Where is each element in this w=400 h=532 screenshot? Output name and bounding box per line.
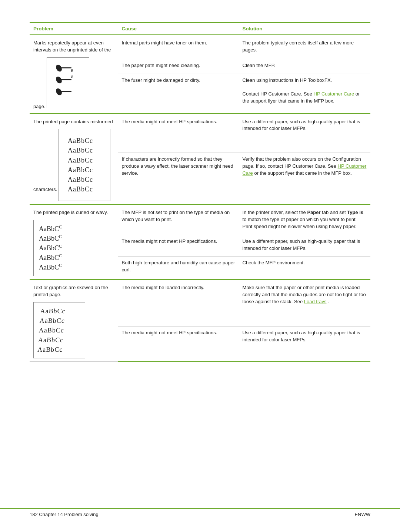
- svg-rect-1: [60, 67, 71, 68]
- table-row: The printed page contains misformed char…: [30, 114, 370, 153]
- solution-curled-2: Use a different paper, such as high-qual…: [239, 235, 370, 257]
- marks-image-box: e e: [47, 57, 89, 108]
- solution-marks-3: Clean using instructions in HP ToolboxFX…: [239, 74, 370, 113]
- curled-image-box: AaBbCC AaBbCC AaBbCC AaBbCC AaBbCC: [33, 220, 85, 276]
- solution-skewed-2: Use a different paper, such as high-qual…: [239, 326, 370, 362]
- cause-curled-1: The MFP is not set to print on the type …: [118, 204, 239, 235]
- load-trays-link[interactable]: Load trays: [304, 299, 327, 304]
- table-row: Text or graphics are skewed on the print…: [30, 280, 370, 326]
- solution-marks-1: The problem typically corrects itself af…: [239, 35, 370, 59]
- cause-skewed-1: The media might be loaded incorrectly.: [118, 280, 239, 326]
- solution-misformed-2: Verify that the problem also occurs on t…: [239, 153, 370, 204]
- table-row: Marks repeatedly appear at even interval…: [30, 35, 370, 59]
- marks-svg: e e: [52, 61, 84, 104]
- trouble-table: Problem Cause Solution Marks repeatedly …: [30, 23, 370, 362]
- skewed-image-box: AaBbCc AaBbCc AaBbCc AaBbCc AaBbCc: [33, 302, 85, 358]
- cause-misformed-1: The media might not meet HP specificatio…: [118, 114, 239, 153]
- solution-curled-3: Check the MFP environment.: [239, 257, 370, 280]
- col-header-cause: Cause: [118, 23, 239, 35]
- col-header-solution: Solution: [239, 23, 370, 35]
- problem-curled: The printed page is curled or wavy. AaBb…: [30, 204, 118, 280]
- cause-skewed-2: The media might not meet HP specificatio…: [118, 326, 239, 362]
- misformed-image-box: AaBbCc AaBbCc AaBbCc AaBbCc AaBbCc AaBbC…: [59, 129, 110, 201]
- hp-customer-care-link-1[interactable]: HP Customer Care: [314, 91, 354, 97]
- footer-page-info: 182 Chapter 14 Problem solving: [30, 512, 99, 517]
- solution-skewed-1: Make sure that the paper or other print …: [239, 280, 370, 326]
- col-header-problem: Problem: [30, 23, 118, 35]
- svg-text:e: e: [71, 67, 73, 73]
- solution-curled-1: In the printer driver, select the Paper …: [239, 204, 370, 235]
- chars-img: AaBbCc AaBbCc AaBbCc AaBbCc AaBbCc AaBbC…: [64, 133, 105, 197]
- problem-misformed: The printed page contains misformed char…: [30, 114, 118, 204]
- cause-marks-3: The fuser might be damaged or dirty.: [118, 74, 239, 113]
- svg-rect-5: [60, 91, 71, 92]
- table-row: The printed page is curled or wavy. AaBb…: [30, 204, 370, 235]
- solution-marks-2: Clean the MFP.: [239, 59, 370, 74]
- footer: 182 Chapter 14 Problem solving ENWW: [0, 508, 400, 517]
- cause-marks-1: Internal parts might have toner on them.: [118, 35, 239, 59]
- page: Problem Cause Solution Marks repeatedly …: [0, 0, 400, 532]
- svg-rect-3: [60, 79, 71, 80]
- problem-skewed: Text or graphics are skewed on the print…: [30, 280, 118, 362]
- cause-misformed-2: If characters are incorrectly formed so …: [118, 153, 239, 204]
- problem-marks: Marks repeatedly appear at even interval…: [30, 35, 118, 114]
- cause-curled-3: Both high temperature and humidity can c…: [118, 257, 239, 280]
- skewed-img: AaBbCc AaBbCc AaBbCc AaBbCc AaBbCc: [37, 306, 81, 354]
- svg-text:e: e: [71, 73, 73, 79]
- solution-misformed-1: Use a different paper, such as high-qual…: [239, 114, 370, 153]
- footer-locale: ENWW: [354, 512, 370, 517]
- cause-curled-2: The media might not meet HP specificatio…: [118, 235, 239, 257]
- table-header-row: Problem Cause Solution: [30, 23, 370, 35]
- cause-marks-2: The paper path might need cleaning.: [118, 59, 239, 74]
- curled-img: AaBbCC AaBbCC AaBbCC AaBbCC AaBbCC: [39, 224, 80, 272]
